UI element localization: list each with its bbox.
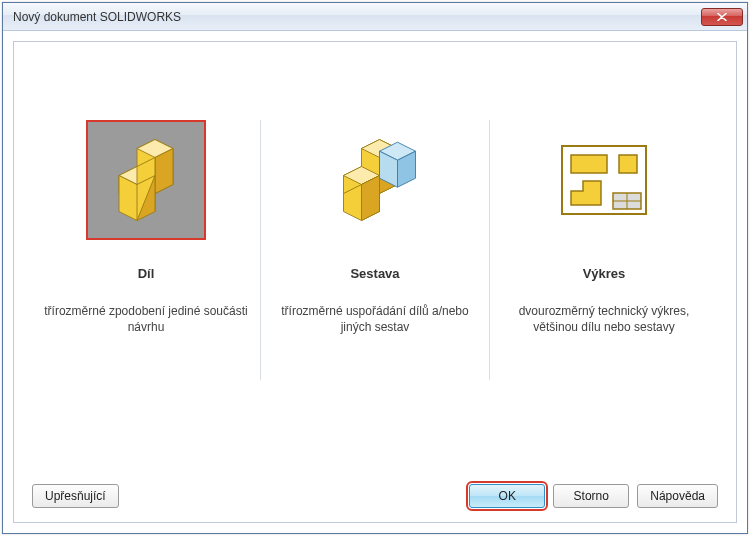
ok-button[interactable]: OK [469,484,545,508]
assembly-title: Sestava [350,266,399,281]
part-desc: třírozměrné zpodobení jediné součásti ná… [42,303,250,335]
svg-rect-18 [571,155,607,173]
part-title: Díl [138,266,155,281]
cancel-button[interactable]: Storno [553,484,629,508]
drawing-desc: dvourozměrný technický výkres, většinou … [500,303,708,335]
button-row: Upřesňující OK Storno Nápověda [32,474,718,508]
content-panel: Díl třírozměrné zpodobení jediné součást… [13,41,737,523]
assembly-desc: třírozměrné uspořádání dílů a/nebo jinýc… [271,303,479,335]
new-document-dialog: Nový dokument SOLIDWORKS [2,2,748,534]
assembly-icon [330,135,420,225]
window-title: Nový dokument SOLIDWORKS [13,10,701,24]
close-icon [717,13,727,21]
drawing-icon-box [544,120,664,240]
assembly-icon-box [315,120,435,240]
advanced-button[interactable]: Upřesňující [32,484,119,508]
close-button[interactable] [701,8,743,26]
option-assembly[interactable]: Sestava třírozměrné uspořádání dílů a/ne… [261,120,489,474]
part-icon [101,135,191,225]
drawing-icon [561,145,647,215]
svg-rect-19 [619,155,637,173]
option-drawing[interactable]: Výkres dvourozměrný technický výkres, vě… [490,120,718,474]
drawing-title: Výkres [583,266,626,281]
template-options: Díl třírozměrné zpodobení jediné součást… [32,42,718,474]
part-icon-box [86,120,206,240]
option-part[interactable]: Díl třírozměrné zpodobení jediné součást… [32,120,260,474]
help-button[interactable]: Nápověda [637,484,718,508]
titlebar: Nový dokument SOLIDWORKS [3,3,747,31]
